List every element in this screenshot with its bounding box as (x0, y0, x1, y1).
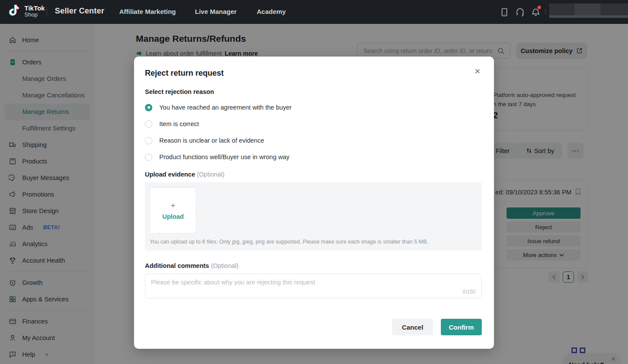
reason-option-agreement[interactable]: You have reached an agreement with the b… (145, 103, 482, 112)
reason-option-unclear[interactable]: Reason is unclear or lack of evidence (145, 136, 482, 145)
top-header: TikTok Shop Seller Center Affiliate Mark… (0, 0, 628, 24)
char-counter: 0/150 (463, 289, 476, 295)
reason-option-wrong-use[interactable]: Product functions well/Buyer use in wron… (145, 152, 482, 162)
cancel-button[interactable]: Cancel (392, 319, 433, 335)
nav-academy[interactable]: Academy (257, 8, 286, 15)
nav-live-manager[interactable]: Live Manager (195, 8, 237, 15)
radio-selected-icon[interactable] (145, 104, 152, 111)
product-name: Seller Center (55, 7, 104, 16)
mobile-icon (500, 7, 509, 17)
close-icon[interactable]: ✕ (472, 66, 483, 77)
account-name-redacted[interactable] (549, 3, 628, 18)
headset-icon (515, 7, 525, 17)
comments-field-wrapper: 0/150 (145, 274, 482, 298)
nav-affiliate-marketing[interactable]: Affiliate Marketing (119, 8, 176, 15)
reject-return-modal: Reject return request ✕ Select rejection… (134, 57, 494, 349)
confirm-button[interactable]: Confirm (441, 319, 482, 335)
upload-evidence-label: Upload evidence(Optional) (145, 171, 482, 178)
tiktok-note-icon (9, 4, 21, 19)
plus-icon: + (171, 201, 175, 210)
support-button[interactable] (514, 7, 526, 18)
mobile-app-button[interactable] (499, 7, 510, 18)
notifications-button[interactable] (530, 7, 541, 18)
header-divider-2 (545, 9, 546, 15)
reason-option-item-correct[interactable]: Item is correct (145, 119, 482, 129)
upload-panel: + Upload You can upload up to 6 files. O… (145, 182, 482, 250)
radio-unselected-icon[interactable] (145, 137, 152, 144)
notification-badge (537, 6, 541, 9)
upload-button[interactable]: + Upload (150, 187, 196, 234)
rejection-reason-options: You have reached an agreement with the b… (145, 103, 482, 162)
radio-unselected-icon[interactable] (145, 154, 152, 161)
comments-textarea[interactable] (145, 274, 481, 290)
radio-unselected-icon[interactable] (145, 120, 152, 128)
additional-comments-label: Additional comments(Optional) (145, 262, 482, 269)
modal-footer: Cancel Confirm (145, 319, 482, 335)
tiktok-shop-logo[interactable]: TikTok Shop (9, 4, 45, 19)
header-divider (47, 7, 47, 17)
upload-hint: You can upload up to 6 files. Only jpg, … (150, 239, 428, 245)
logo-text: TikTok Shop (24, 5, 45, 17)
app-root: TikTok Shop Seller Center Affiliate Mark… (0, 0, 628, 364)
modal-title: Reject return request (145, 69, 482, 78)
rejection-reason-label: Select rejection reason (145, 88, 482, 95)
